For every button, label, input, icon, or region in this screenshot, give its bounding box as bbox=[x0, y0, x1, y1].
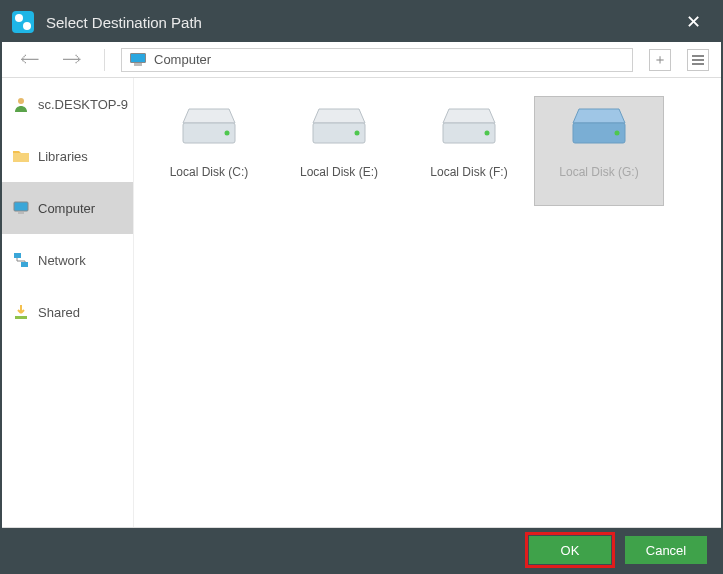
sidebar-item-computer[interactable]: Computer bbox=[2, 182, 133, 234]
svg-rect-5 bbox=[21, 262, 28, 267]
cancel-button[interactable]: Cancel bbox=[625, 536, 707, 564]
forward-arrow-icon[interactable]: 🡒 bbox=[56, 46, 88, 73]
drive-icon bbox=[307, 103, 371, 153]
drive-icon bbox=[437, 103, 501, 153]
network-icon bbox=[12, 251, 30, 269]
disk-label: Local Disk (F:) bbox=[430, 165, 507, 179]
svg-marker-16 bbox=[573, 109, 625, 123]
list-view-icon[interactable] bbox=[687, 49, 709, 71]
sidebar-item-network[interactable]: Network bbox=[2, 234, 133, 286]
ok-button[interactable]: OK bbox=[529, 536, 611, 564]
svg-point-9 bbox=[225, 131, 230, 136]
sidebar-item-label: Network bbox=[38, 253, 86, 268]
monitor-icon bbox=[130, 53, 146, 66]
path-label: Computer bbox=[154, 52, 211, 67]
folder-icon bbox=[12, 147, 30, 165]
sidebar-item-libraries[interactable]: Libraries bbox=[2, 130, 133, 182]
monitor-icon bbox=[12, 199, 30, 217]
svg-point-12 bbox=[355, 131, 360, 136]
svg-rect-2 bbox=[14, 202, 28, 211]
app-icon bbox=[12, 11, 34, 33]
disk-grid: Local Disk (C:) Local Disk (E:) Local Di… bbox=[134, 78, 721, 527]
back-arrow-icon[interactable]: 🡐 bbox=[14, 46, 46, 73]
svg-point-18 bbox=[615, 131, 620, 136]
svg-marker-10 bbox=[313, 109, 365, 123]
svg-marker-13 bbox=[443, 109, 495, 123]
svg-marker-7 bbox=[183, 109, 235, 123]
disk-item[interactable]: Local Disk (F:) bbox=[404, 96, 534, 206]
sidebar: sc.DESKTOP-9 Libraries Computer Network bbox=[2, 78, 134, 527]
disk-label: Local Disk (G:) bbox=[559, 165, 638, 179]
sidebar-item-desktop[interactable]: sc.DESKTOP-9 bbox=[2, 78, 133, 130]
disk-item[interactable]: Local Disk (E:) bbox=[274, 96, 404, 206]
svg-rect-3 bbox=[18, 212, 24, 214]
svg-rect-4 bbox=[14, 253, 21, 258]
close-icon[interactable]: ✕ bbox=[678, 7, 709, 37]
disk-label: Local Disk (E:) bbox=[300, 165, 378, 179]
svg-point-15 bbox=[485, 131, 490, 136]
sidebar-item-label: Shared bbox=[38, 305, 80, 320]
svg-rect-1 bbox=[13, 153, 29, 162]
toolbar: 🡐 🡒 Computer ＋ bbox=[2, 42, 721, 78]
svg-point-0 bbox=[18, 98, 24, 104]
dialog-window: Select Destination Path ✕ 🡐 🡒 Computer ＋… bbox=[0, 0, 723, 574]
disk-item[interactable]: Local Disk (G:) bbox=[534, 96, 664, 206]
path-box[interactable]: Computer bbox=[121, 48, 633, 72]
dialog-body: sc.DESKTOP-9 Libraries Computer Network bbox=[2, 78, 721, 528]
svg-rect-6 bbox=[15, 316, 27, 319]
download-icon bbox=[12, 303, 30, 321]
separator bbox=[104, 49, 105, 71]
dialog-title: Select Destination Path bbox=[46, 14, 678, 31]
disk-item[interactable]: Local Disk (C:) bbox=[144, 96, 274, 206]
disk-label: Local Disk (C:) bbox=[170, 165, 249, 179]
footer: OK Cancel bbox=[2, 528, 721, 572]
sidebar-item-label: sc.DESKTOP-9 bbox=[38, 97, 128, 112]
sidebar-item-label: Libraries bbox=[38, 149, 88, 164]
drive-icon bbox=[567, 103, 631, 153]
sidebar-item-label: Computer bbox=[38, 201, 95, 216]
add-button-icon[interactable]: ＋ bbox=[649, 49, 671, 71]
title-bar: Select Destination Path ✕ bbox=[2, 2, 721, 42]
drive-icon bbox=[177, 103, 241, 153]
ok-highlight: OK bbox=[525, 532, 615, 568]
user-icon bbox=[12, 95, 30, 113]
sidebar-item-shared[interactable]: Shared bbox=[2, 286, 133, 338]
